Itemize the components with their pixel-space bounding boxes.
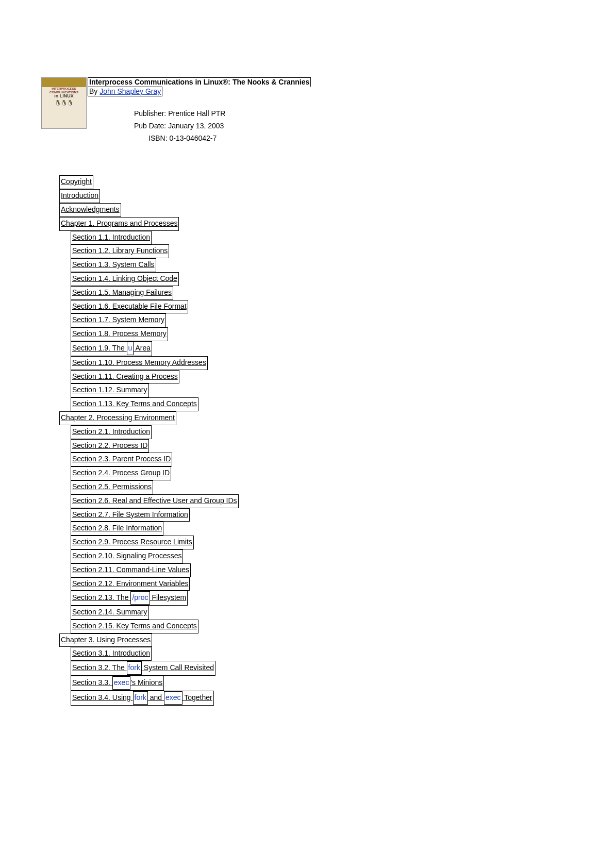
byline: By John Shapley Gray <box>88 87 311 96</box>
toc-ch2-s1-link[interactable]: Section 2.1. Introduction <box>72 427 150 436</box>
cover-line-1: INTERPROCESS <box>52 87 76 91</box>
toc-ch1-s3-link[interactable]: Section 1.3. System Calls <box>72 260 155 269</box>
header-text: Interprocess Communications in Linux®: T… <box>88 77 311 144</box>
toc-ch3-s2-link[interactable]: Section 3.2. The fork System Call Revisi… <box>72 663 214 672</box>
toc-ch2-s14-link[interactable]: Section 2.14. Summary <box>72 608 147 616</box>
toc-ch2-s8-link[interactable]: Section 2.8. File Information <box>72 524 162 532</box>
publication-info: Publisher: Prentice Hall PTR Pub Date: J… <box>134 108 311 144</box>
toc-ch1-s8-link[interactable]: Section 1.8. Process Memory <box>72 329 167 338</box>
publisher: Publisher: Prentice Hall PTR <box>134 108 311 120</box>
by-label: By <box>89 87 99 95</box>
page: INTERPROCESS COMMUNICATIONS in LINUX 🐧🐧🐧… <box>0 0 614 737</box>
toc-ch2-s2-link[interactable]: Section 2.2. Process ID <box>72 441 147 449</box>
toc-ch1-s13-link[interactable]: Section 1.13. Key Terms and Concepts <box>72 399 197 408</box>
kw-fork: fork <box>127 661 142 675</box>
toc-ch2-link[interactable]: Chapter 2. Processing Environment <box>61 413 175 422</box>
table-of-contents: Copyright Introduction Acknowledgments C… <box>59 175 573 705</box>
isbn: ISBN: 0-13-046042-7 <box>148 132 311 145</box>
toc-ch2-s7-link[interactable]: Section 2.7. File System Information <box>72 510 188 519</box>
book-header: INTERPROCESS COMMUNICATIONS in LINUX 🐧🐧🐧… <box>41 77 573 144</box>
toc-ch1-s12-link[interactable]: Section 1.12. Summary <box>72 386 147 394</box>
toc-ch1-s9-link[interactable]: Section 1.9. The u Area <box>72 344 151 352</box>
author-link[interactable]: John Shapley Gray <box>99 87 161 95</box>
toc-ch1-s5-link[interactable]: Section 1.5. Managing Failures <box>72 288 172 296</box>
cover-art-icon: 🐧🐧🐧 <box>55 100 73 106</box>
toc-ch1-s11-link[interactable]: Section 1.11. Creating a Process <box>72 372 178 380</box>
toc-ch1-link[interactable]: Chapter 1. Programs and Processes <box>61 219 177 227</box>
kw-exec-2: exec <box>164 691 182 705</box>
toc-acknowledgments-link[interactable]: Acknowledgments <box>61 205 120 213</box>
toc-ch3-s1-link[interactable]: Section 3.1. Introduction <box>72 649 150 657</box>
toc-ch1-s10-link[interactable]: Section 1.10. Process Memory Addresses <box>72 358 206 366</box>
toc-ch1-s1-link[interactable]: Section 1.1. Introduction <box>72 233 150 241</box>
toc-ch2-s3-link[interactable]: Section 2.3. Parent Process ID <box>72 455 171 463</box>
toc-ch2-s15-link[interactable]: Section 2.15. Key Terms and Concepts <box>72 622 197 630</box>
toc-ch2-s9-link[interactable]: Section 2.9. Process Resource Limits <box>72 538 192 546</box>
toc-ch2-s6-link[interactable]: Section 2.6. Real and Effective User and… <box>72 496 237 505</box>
kw-exec: exec <box>112 676 131 690</box>
toc-ch2-s11-link[interactable]: Section 2.11. Command-Line Values <box>72 565 189 574</box>
book-title: Interprocess Communications in Linux®: T… <box>88 77 311 87</box>
toc-introduction-link[interactable]: Introduction <box>61 191 98 199</box>
toc-copyright-link[interactable]: Copyright <box>61 177 92 186</box>
toc-ch2-s5-link[interactable]: Section 2.5. Permissions <box>72 482 152 491</box>
toc-ch1-s4-link[interactable]: Section 1.4. Linking Object Code <box>72 274 177 282</box>
toc-ch2-s12-link[interactable]: Section 2.12. Environment Variables <box>72 579 188 588</box>
kw-fork-2: fork <box>133 691 148 705</box>
toc-ch1-s6-link[interactable]: Section 1.6. Executable File Format <box>72 302 187 310</box>
toc-ch2-s13-link[interactable]: Section 2.13. The /proc Filesystem <box>72 593 186 602</box>
toc-ch3-link[interactable]: Chapter 3. Using Processes <box>61 636 151 644</box>
toc-ch2-s4-link[interactable]: Section 2.4. Process Group ID <box>72 469 170 477</box>
toc-ch2-s10-link[interactable]: Section 2.10. Signaling Processes <box>72 552 181 560</box>
toc-ch1-s2-link[interactable]: Section 1.2. Library Functions <box>72 246 168 255</box>
kw-proc: /proc <box>130 591 150 605</box>
cover-line-3: in LINUX <box>54 94 74 99</box>
toc-ch3-s4-link[interactable]: Section 3.4. Using fork and exec Togethe… <box>72 693 212 702</box>
book-cover-image: INTERPROCESS COMMUNICATIONS in LINUX 🐧🐧🐧 <box>41 77 87 129</box>
toc-ch1-s7-link[interactable]: Section 1.7. System Memory <box>72 315 164 324</box>
k: u <box>127 342 134 355</box>
pub-date: Pub Date: January 13, 2003 <box>134 120 311 132</box>
toc-ch3-s3-link[interactable]: Section 3.3. exec's Minions <box>72 678 162 687</box>
